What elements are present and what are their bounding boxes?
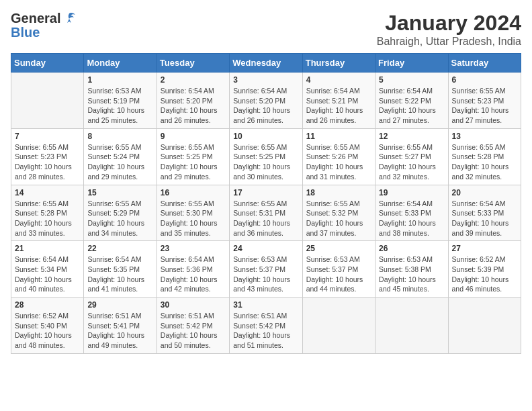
day-number: 10	[233, 132, 298, 141]
day-number: 27	[452, 244, 517, 253]
day-number: 21	[15, 244, 80, 253]
day-info: Sunrise: 6:51 AM Sunset: 5:41 PM Dayligh…	[87, 311, 152, 351]
calendar-cell: 5Sunrise: 6:54 AM Sunset: 5:22 PM Daylig…	[375, 73, 448, 129]
calendar-cell: 26Sunrise: 6:53 AM Sunset: 5:38 PM Dayli…	[375, 241, 448, 298]
day-info: Sunrise: 6:51 AM Sunset: 5:42 PM Dayligh…	[161, 311, 226, 351]
day-number: 24	[233, 244, 298, 253]
calendar-cell: 19Sunrise: 6:54 AM Sunset: 5:33 PM Dayli…	[375, 185, 448, 241]
day-number: 13	[452, 132, 517, 141]
calendar-cell: 21Sunrise: 6:54 AM Sunset: 5:34 PM Dayli…	[11, 241, 84, 298]
calendar-cell	[11, 73, 84, 129]
day-info: Sunrise: 6:52 AM Sunset: 5:39 PM Dayligh…	[452, 255, 517, 294]
calendar-cell: 4Sunrise: 6:54 AM Sunset: 5:21 PM Daylig…	[302, 73, 375, 129]
weekday-header-thursday: Thursday	[302, 54, 375, 73]
day-info: Sunrise: 6:55 AM Sunset: 5:31 PM Dayligh…	[233, 199, 298, 238]
page-header: General Blue January 2024 Bahraigh, Utta…	[11, 11, 521, 48]
calendar-cell: 8Sunrise: 6:55 AM Sunset: 5:24 PM Daylig…	[84, 128, 157, 185]
day-info: Sunrise: 6:52 AM Sunset: 5:40 PM Dayligh…	[15, 311, 80, 351]
day-info: Sunrise: 6:54 AM Sunset: 5:35 PM Dayligh…	[87, 255, 152, 294]
logo-bird-icon	[62, 11, 77, 26]
day-info: Sunrise: 6:55 AM Sunset: 5:26 PM Dayligh…	[306, 142, 371, 182]
day-number: 26	[379, 244, 444, 253]
calendar-week-row: 1Sunrise: 6:53 AM Sunset: 5:19 PM Daylig…	[11, 73, 521, 129]
weekday-header-saturday: Saturday	[448, 54, 521, 73]
weekday-header-friday: Friday	[375, 54, 448, 73]
day-info: Sunrise: 6:55 AM Sunset: 5:25 PM Dayligh…	[161, 142, 226, 182]
day-number: 17	[233, 188, 298, 197]
weekday-header-tuesday: Tuesday	[157, 54, 229, 73]
calendar-cell: 30Sunrise: 6:51 AM Sunset: 5:42 PM Dayli…	[157, 298, 229, 354]
calendar-header-row: SundayMondayTuesdayWednesdayThursdayFrid…	[11, 54, 521, 73]
day-number: 1	[87, 75, 152, 85]
day-info: Sunrise: 6:53 AM Sunset: 5:37 PM Dayligh…	[233, 255, 298, 294]
day-number: 18	[306, 188, 371, 197]
calendar-cell: 29Sunrise: 6:51 AM Sunset: 5:41 PM Dayli…	[84, 298, 157, 354]
day-info: Sunrise: 6:55 AM Sunset: 5:32 PM Dayligh…	[306, 199, 371, 238]
day-info: Sunrise: 6:54 AM Sunset: 5:36 PM Dayligh…	[161, 255, 226, 294]
logo-general-text: General	[11, 11, 60, 25]
day-info: Sunrise: 6:54 AM Sunset: 5:22 PM Dayligh…	[379, 86, 444, 126]
day-info: Sunrise: 6:55 AM Sunset: 5:29 PM Dayligh…	[87, 199, 152, 238]
day-number: 22	[87, 244, 152, 253]
day-info: Sunrise: 6:55 AM Sunset: 5:23 PM Dayligh…	[452, 86, 517, 126]
calendar-cell: 10Sunrise: 6:55 AM Sunset: 5:25 PM Dayli…	[230, 128, 302, 185]
day-info: Sunrise: 6:53 AM Sunset: 5:37 PM Dayligh…	[306, 255, 371, 294]
calendar-cell: 20Sunrise: 6:54 AM Sunset: 5:33 PM Dayli…	[448, 185, 521, 241]
logo-blue-text: Blue	[11, 26, 40, 39]
day-info: Sunrise: 6:54 AM Sunset: 5:33 PM Dayligh…	[452, 199, 517, 238]
day-number: 16	[161, 188, 226, 197]
day-info: Sunrise: 6:51 AM Sunset: 5:42 PM Dayligh…	[233, 311, 298, 351]
calendar-cell: 7Sunrise: 6:55 AM Sunset: 5:23 PM Daylig…	[11, 128, 84, 185]
calendar-cell	[375, 298, 448, 354]
calendar-cell: 31Sunrise: 6:51 AM Sunset: 5:42 PM Dayli…	[230, 298, 302, 354]
calendar-cell	[302, 298, 375, 354]
calendar-cell: 1Sunrise: 6:53 AM Sunset: 5:19 PM Daylig…	[84, 73, 157, 129]
day-number: 14	[15, 188, 80, 197]
calendar-cell: 11Sunrise: 6:55 AM Sunset: 5:26 PM Dayli…	[302, 128, 375, 185]
day-number: 6	[452, 75, 517, 85]
calendar-table: SundayMondayTuesdayWednesdayThursdayFrid…	[11, 53, 521, 354]
day-number: 31	[233, 300, 298, 310]
day-info: Sunrise: 6:55 AM Sunset: 5:28 PM Dayligh…	[15, 199, 80, 238]
day-number: 8	[87, 132, 152, 141]
day-info: Sunrise: 6:55 AM Sunset: 5:30 PM Dayligh…	[161, 199, 226, 238]
day-number: 19	[379, 188, 444, 197]
day-number: 9	[161, 132, 226, 141]
day-number: 23	[161, 244, 226, 253]
calendar-cell: 24Sunrise: 6:53 AM Sunset: 5:37 PM Dayli…	[230, 241, 302, 298]
logo: General Blue	[11, 11, 77, 39]
calendar-cell: 14Sunrise: 6:55 AM Sunset: 5:28 PM Dayli…	[11, 185, 84, 241]
day-info: Sunrise: 6:53 AM Sunset: 5:38 PM Dayligh…	[379, 255, 444, 294]
day-info: Sunrise: 6:53 AM Sunset: 5:19 PM Dayligh…	[87, 86, 152, 126]
calendar-cell: 18Sunrise: 6:55 AM Sunset: 5:32 PM Dayli…	[302, 185, 375, 241]
day-number: 4	[306, 75, 371, 85]
calendar-cell: 16Sunrise: 6:55 AM Sunset: 5:30 PM Dayli…	[157, 185, 229, 241]
day-info: Sunrise: 6:55 AM Sunset: 5:23 PM Dayligh…	[15, 142, 80, 182]
day-number: 30	[161, 300, 226, 310]
day-info: Sunrise: 6:54 AM Sunset: 5:33 PM Dayligh…	[379, 199, 444, 238]
day-number: 12	[379, 132, 444, 141]
calendar-cell: 6Sunrise: 6:55 AM Sunset: 5:23 PM Daylig…	[448, 73, 521, 129]
calendar-cell: 22Sunrise: 6:54 AM Sunset: 5:35 PM Dayli…	[84, 241, 157, 298]
calendar-week-row: 14Sunrise: 6:55 AM Sunset: 5:28 PM Dayli…	[11, 185, 521, 241]
calendar-cell: 27Sunrise: 6:52 AM Sunset: 5:39 PM Dayli…	[448, 241, 521, 298]
weekday-header-sunday: Sunday	[11, 54, 84, 73]
day-info: Sunrise: 6:54 AM Sunset: 5:21 PM Dayligh…	[306, 86, 371, 126]
day-info: Sunrise: 6:55 AM Sunset: 5:24 PM Dayligh…	[87, 142, 152, 182]
day-info: Sunrise: 6:54 AM Sunset: 5:20 PM Dayligh…	[233, 86, 298, 126]
calendar-cell: 25Sunrise: 6:53 AM Sunset: 5:37 PM Dayli…	[302, 241, 375, 298]
month-year-title: January 2024	[377, 11, 521, 36]
day-number: 25	[306, 244, 371, 253]
day-number: 5	[379, 75, 444, 85]
day-number: 29	[87, 300, 152, 310]
calendar-cell: 2Sunrise: 6:54 AM Sunset: 5:20 PM Daylig…	[157, 73, 229, 129]
day-number: 20	[452, 188, 517, 197]
calendar-cell: 9Sunrise: 6:55 AM Sunset: 5:25 PM Daylig…	[157, 128, 229, 185]
weekday-header-monday: Monday	[84, 54, 157, 73]
day-number: 15	[87, 188, 152, 197]
day-info: Sunrise: 6:54 AM Sunset: 5:34 PM Dayligh…	[15, 255, 80, 294]
day-number: 3	[233, 75, 298, 85]
calendar-cell: 13Sunrise: 6:55 AM Sunset: 5:28 PM Dayli…	[448, 128, 521, 185]
calendar-cell: 15Sunrise: 6:55 AM Sunset: 5:29 PM Dayli…	[84, 185, 157, 241]
calendar-week-row: 7Sunrise: 6:55 AM Sunset: 5:23 PM Daylig…	[11, 128, 521, 185]
